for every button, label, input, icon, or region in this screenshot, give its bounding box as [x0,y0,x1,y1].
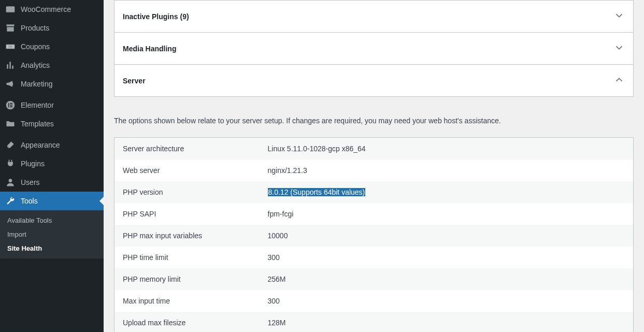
admin-sidebar: WooCommerce Products Coupons Analytics M… [0,0,104,332]
row-label: Max input time [115,290,260,312]
panel-description: The options shown below relate to your s… [114,101,634,137]
main-content: Inactive Plugins (9) Media Handling Serv… [104,0,644,332]
wrench-icon [5,196,16,206]
plug-icon [5,158,16,169]
table-row: PHP memory limit256M [115,268,634,290]
chevron-up-icon [613,74,625,87]
row-label: Upload max filesize [115,312,260,332]
sidebar-item-woocommerce[interactable]: WooCommerce [0,0,104,19]
server-info-table: Server architectureLinux 5.11.0-1028-gcp… [114,137,634,332]
paintbrush-icon [5,140,16,150]
panel-title: Inactive Plugins (9) [123,12,189,21]
row-value: nginx/1.21.3 [260,160,634,181]
table-row: PHP version8.0.12 (Supports 64bit values… [115,181,634,203]
table-row: Web servernginx/1.21.3 [115,160,634,181]
sidebar-item-products[interactable]: Products [0,19,104,37]
chevron-down-icon [613,42,625,55]
sidebar-item-label: Analytics [21,61,50,69]
row-value: 8.0.12 (Supports 64bit values) [260,181,634,203]
row-value: 256M [260,268,634,290]
sidebar-item-elementor[interactable]: Elementor [0,96,104,114]
woocommerce-icon [5,4,16,15]
sidebar-item-label: WooCommerce [21,5,71,13]
sidebar-item-label: Appearance [21,141,60,149]
submenu-item-site-health[interactable]: Site Health [0,241,104,255]
sidebar-item-label: Users [21,178,40,186]
row-value: 300 [260,290,634,312]
sidebar-item-coupons[interactable]: Coupons [0,37,104,56]
panel-title: Media Handling [123,45,176,53]
svg-point-6 [9,179,12,182]
sidebar-item-label: Templates [21,120,54,128]
panel-media-handling: Media Handling [114,33,634,65]
panel-toggle-media-handling[interactable]: Media Handling [115,33,633,64]
sidebar-item-label: Plugins [21,160,45,168]
sidebar-item-templates[interactable]: Templates [0,114,104,133]
user-icon [5,177,16,187]
svg-rect-5 [10,107,12,108]
tools-submenu: Available Tools Import Site Health [0,210,104,258]
panel-toggle-inactive-plugins[interactable]: Inactive Plugins (9) [115,1,633,32]
sidebar-item-label: Marketing [21,80,52,88]
row-label: Server architecture [115,138,260,160]
sidebar-item-appearance[interactable]: Appearance [0,136,104,154]
folder-icon [5,119,16,129]
table-row: PHP SAPIfpm-fcgi [115,203,634,225]
table-row: Max input time300 [115,290,634,312]
sidebar-item-users[interactable]: Users [0,173,104,192]
panel-body-server: The options shown below relate to your s… [114,97,634,332]
sidebar-item-label: Elementor [21,101,54,109]
row-value: fpm-fcgi [260,203,634,225]
row-label: Web server [115,160,260,181]
sidebar-item-label: Products [21,24,49,32]
chevron-down-icon [613,10,625,23]
chart-bar-icon [5,60,16,70]
panel-server: Server [114,65,634,97]
row-label: PHP version [115,181,260,203]
row-label: PHP max input variables [115,225,260,247]
megaphone-icon [5,79,16,89]
sidebar-item-tools[interactable]: Tools [0,192,104,210]
table-row: Upload max filesize128M [115,312,634,332]
panel-title: Server [123,77,146,85]
svg-rect-0 [6,6,15,12]
row-label: PHP memory limit [115,268,260,290]
sidebar-item-label: Tools [21,197,38,205]
svg-rect-3 [10,103,12,104]
row-value: Linux 5.11.0-1028-gcp x86_64 [260,138,634,160]
row-label: PHP time limit [115,247,260,268]
row-value: 128M [260,312,634,332]
sidebar-item-label: Coupons [21,42,50,51]
svg-rect-2 [8,103,9,107]
panel-toggle-server[interactable]: Server [115,65,633,96]
submenu-item-import[interactable]: Import [0,227,104,241]
table-row: Server architectureLinux 5.11.0-1028-gcp… [115,138,634,160]
table-row: PHP max input variables10000 [115,225,634,247]
submenu-item-available-tools[interactable]: Available Tools [0,213,104,227]
ticket-icon [5,41,16,52]
row-value: 10000 [260,225,634,247]
elementor-icon [5,100,16,110]
sidebar-item-plugins[interactable]: Plugins [0,154,104,173]
svg-rect-4 [10,105,12,106]
row-value: 300 [260,247,634,268]
table-row: PHP time limit300 [115,247,634,268]
row-label: PHP SAPI [115,203,260,225]
sidebar-item-marketing[interactable]: Marketing [0,75,104,93]
sidebar-item-analytics[interactable]: Analytics [0,56,104,75]
panel-inactive-plugins: Inactive Plugins (9) [114,0,634,33]
archive-icon [5,23,16,33]
